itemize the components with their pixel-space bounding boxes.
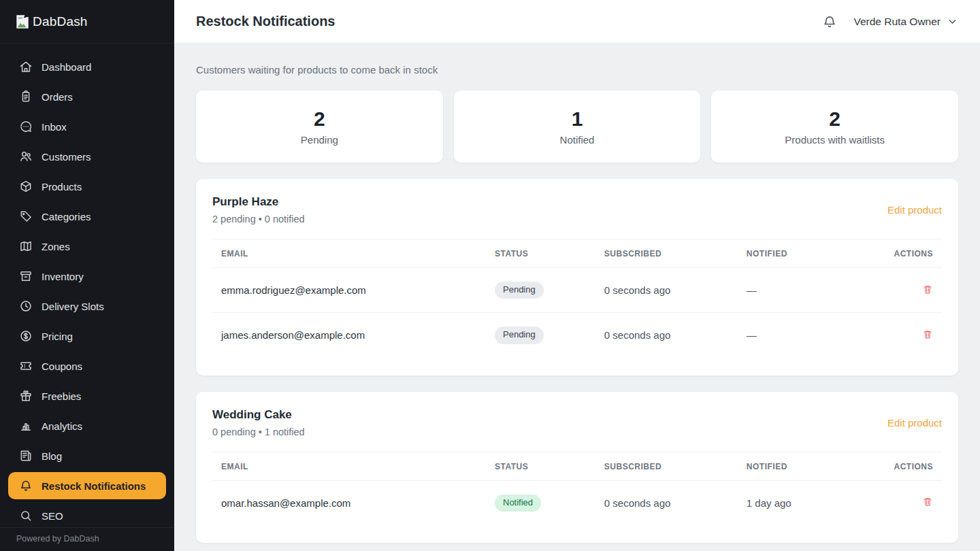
stat-card-products-with-waitlists: 2 Products with waitlists [711, 90, 958, 163]
column-header-notified: NOTIFIED [738, 452, 883, 480]
sidebar-item-delivery-slots[interactable]: Delivery Slots [8, 293, 166, 320]
column-header-actions: ACTIONS [883, 452, 942, 480]
sidebar-item-dashboard[interactable]: Dashboard [8, 53, 166, 80]
status-badge: Pending [495, 282, 544, 299]
sidebar-item-label: Inbox [42, 121, 67, 133]
delete-subscriber-button[interactable] [922, 329, 933, 340]
stats-row: 2 Pending 1 Notified 2 Products with wai… [196, 90, 958, 163]
ticket-icon [19, 359, 33, 373]
sidebar-item-label: Delivery Slots [42, 301, 104, 312]
delete-subscriber-button[interactable] [922, 284, 933, 295]
sidebar-item-customers[interactable]: Customers [8, 143, 166, 170]
subscribed-time: 0 seconds ago [595, 480, 738, 525]
notified-time: — [738, 313, 883, 358]
product-name: Wedding Cake [212, 408, 305, 422]
archive-icon [19, 269, 33, 283]
content-area: Restock Notifications Verde Ruta Owner C… [174, 0, 980, 551]
sidebar-item-freebies[interactable]: Freebies [8, 382, 166, 410]
sidebar-item-blog[interactable]: Blog [8, 442, 166, 469]
column-header-subscribed: SUBSCRIBED [595, 239, 738, 268]
product-card-header: Purple Haze 2 pending • 0 notified Edit … [212, 195, 942, 224]
table-row: omar.hassan@example.com Notified 0 secon… [212, 480, 942, 525]
topbar: Restock Notifications Verde Ruta Owner [174, 0, 980, 44]
sidebar-nav: Dashboard Orders Inbox Customers Product… [0, 44, 174, 527]
sidebar-item-label: Restock Notifications [42, 480, 146, 492]
sidebar-item-label: SEO [42, 510, 63, 522]
package-icon [19, 180, 33, 193]
stat-value: 1 [572, 107, 583, 131]
sidebar-item-inventory[interactable]: Inventory [8, 263, 166, 290]
user-name: Verde Ruta Owner [853, 16, 941, 28]
column-header-email: EMAIL [212, 452, 486, 480]
sidebar-item-coupons[interactable]: Coupons [8, 352, 166, 380]
product-title-block: Wedding Cake 0 pending • 1 notified [212, 408, 305, 437]
app-root: DabDash Dashboard Orders Inbox Customers [0, 0, 980, 551]
home-icon [19, 60, 33, 73]
notified-time: — [738, 268, 883, 313]
sidebar-footer: Powered by DabDash [0, 527, 174, 551]
sidebar-item-products[interactable]: Products [8, 173, 166, 200]
bell-icon [19, 479, 33, 492]
waitlist-table: EMAIL STATUS SUBSCRIBED NOTIFIED ACTIONS… [212, 239, 942, 358]
sidebar-item-label: Analytics [42, 420, 82, 432]
logo-text: DabDash [33, 14, 88, 29]
product-meta: 2 pending • 0 notified [212, 214, 305, 224]
page-title: Restock Notifications [196, 14, 335, 29]
stat-label: Products with waitlists [785, 134, 885, 146]
column-header-notified: NOTIFIED [738, 239, 883, 268]
sidebar-item-zones[interactable]: Zones [8, 233, 166, 260]
stat-label: Notified [560, 134, 595, 146]
page-subtitle: Customers waiting for products to come b… [196, 64, 958, 76]
product-title-block: Purple Haze 2 pending • 0 notified [212, 195, 305, 224]
edit-product-link[interactable]: Edit product [887, 204, 942, 216]
main-content: Customers waiting for products to come b… [174, 44, 980, 551]
sidebar-item-label: Inventory [42, 271, 84, 282]
stat-card-notified: 1 Notified [454, 90, 701, 163]
subscriber-email: omar.hassan@example.com [212, 480, 486, 525]
sidebar-item-label: Dashboard [42, 61, 91, 73]
table-row: james.anderson@example.com Pending 0 sec… [212, 313, 942, 358]
sidebar-item-seo[interactable]: SEO [8, 502, 166, 527]
sidebar-item-restock-notifications[interactable]: Restock Notifications [8, 472, 166, 499]
column-header-subscribed: SUBSCRIBED [595, 452, 738, 480]
sidebar-item-label: Zones [42, 241, 70, 252]
broken-image-icon [14, 13, 31, 31]
tag-icon [19, 210, 33, 223]
sidebar: DabDash Dashboard Orders Inbox Customers [0, 0, 174, 551]
powered-by-text: Powered by DabDash [16, 534, 99, 544]
notified-time: 1 day ago [738, 480, 883, 525]
sidebar-item-pricing[interactable]: Pricing [8, 322, 166, 350]
sidebar-item-label: Pricing [42, 331, 73, 342]
topbar-right: Verde Ruta Owner [822, 14, 958, 29]
column-header-status: STATUS [486, 239, 595, 268]
dollar-circle-icon [19, 329, 33, 343]
chevron-down-icon [947, 16, 958, 27]
waitlist-table: EMAIL STATUS SUBSCRIBED NOTIFIED ACTIONS… [212, 452, 942, 525]
search-icon [19, 509, 33, 522]
subscribed-time: 0 seconds ago [595, 313, 738, 358]
sidebar-item-label: Blog [42, 450, 62, 462]
notifications-bell-icon[interactable] [822, 14, 837, 29]
sidebar-item-label: Orders [42, 91, 73, 103]
status-badge: Pending [495, 327, 544, 344]
product-card-purple-haze: Purple Haze 2 pending • 0 notified Edit … [196, 179, 958, 375]
delete-subscriber-button[interactable] [922, 496, 933, 507]
table-row: emma.rodriguez@example.com Pending 0 sec… [212, 268, 942, 313]
sidebar-item-label: Freebies [42, 390, 81, 402]
column-header-actions: ACTIONS [883, 239, 942, 268]
sidebar-item-orders[interactable]: Orders [8, 83, 166, 110]
user-menu[interactable]: Verde Ruta Owner [853, 16, 958, 28]
sidebar-item-label: Coupons [42, 361, 82, 372]
stat-label: Pending [301, 134, 338, 146]
clipboard-icon [19, 90, 33, 103]
table-header-row: EMAIL STATUS SUBSCRIBED NOTIFIED ACTIONS [212, 452, 942, 480]
stat-value: 2 [829, 107, 840, 131]
sidebar-item-label: Categories [42, 211, 91, 222]
sidebar-item-categories[interactable]: Categories [8, 203, 166, 230]
sidebar-item-analytics[interactable]: Analytics [8, 412, 166, 439]
clock-icon [19, 299, 33, 313]
logo[interactable]: DabDash [0, 0, 174, 44]
sidebar-item-inbox[interactable]: Inbox [8, 113, 166, 140]
subscribed-time: 0 seconds ago [595, 268, 738, 313]
edit-product-link[interactable]: Edit product [887, 417, 942, 429]
